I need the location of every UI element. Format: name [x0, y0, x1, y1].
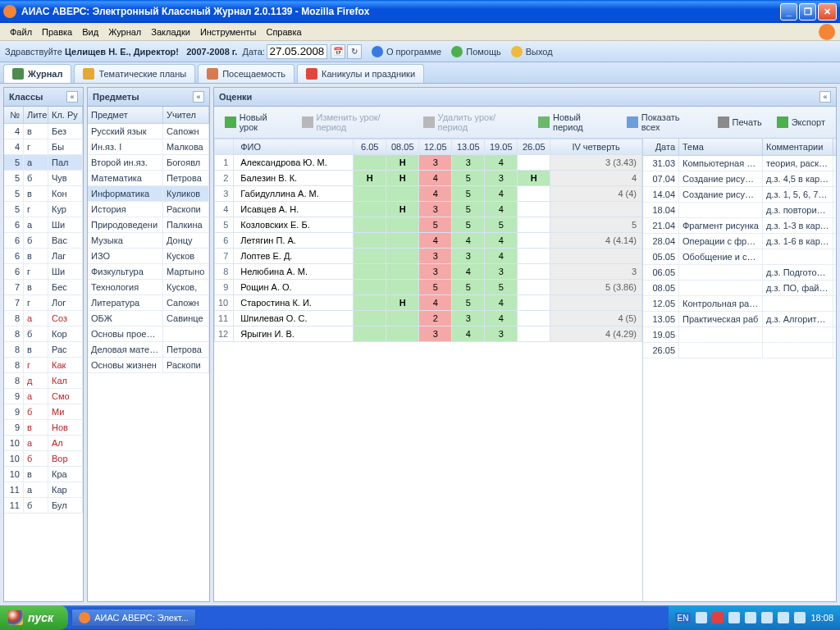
clock[interactable]: 18:08	[810, 613, 833, 623]
tab-journal[interactable]: Журнал	[3, 64, 71, 83]
subject-row[interactable]: Деловая матемаПетрова	[88, 342, 209, 358]
class-row[interactable]: 10бВор	[4, 451, 83, 467]
subject-row[interactable]: ЛитератураСапожн	[88, 295, 209, 311]
subject-row[interactable]: Русский языкСапожн	[88, 124, 209, 139]
menu-view[interactable]: Вид	[77, 25, 103, 39]
class-row[interactable]: 6бВас	[4, 233, 83, 249]
subject-row[interactable]: ОБЖСавинце	[88, 311, 209, 326]
language-indicator[interactable]: EN	[675, 613, 692, 623]
class-row[interactable]: 4гБы	[4, 139, 83, 155]
class-row[interactable]: 6аШи	[4, 217, 83, 233]
lesson-row[interactable]: 31.03Компьютерная гратеория, раскраши	[643, 156, 836, 171]
student-row[interactable]: 6Летягин П. А.4444 (4.14)	[215, 233, 642, 249]
grades-collapse-button[interactable]: «	[819, 91, 831, 103]
class-row[interactable]: 5аПал	[4, 155, 83, 171]
edit-lesson-button[interactable]: Изменить урок/период	[296, 110, 414, 135]
class-row[interactable]: 5вКон	[4, 186, 83, 202]
subject-row[interactable]: ИЗОКусков	[88, 249, 209, 264]
student-row[interactable]: 7Лоптев Е. Д.334	[215, 249, 642, 264]
lesson-row[interactable]: 07.04Создание рисункод.з. 4,5 в карточк	[643, 171, 836, 187]
class-row[interactable]: 10вКра	[4, 467, 83, 482]
menu-file[interactable]: Файл	[5, 25, 37, 39]
subject-row[interactable]: ИсторияРаскопи	[88, 202, 209, 217]
class-row[interactable]: 6гШи	[4, 264, 83, 280]
class-row[interactable]: 8вРас	[4, 342, 83, 358]
print-button[interactable]: Печать	[712, 114, 768, 130]
class-row[interactable]: 11аКар	[4, 482, 83, 498]
lesson-row[interactable]: 28.04Операции с фрагмд.з. 1-6 в карточк	[643, 234, 836, 249]
student-row[interactable]: 5Козловских Е. Б.5555	[215, 217, 642, 233]
lesson-row[interactable]: 14.04Создание рисункод.з. 1, 5, 6, 7 в к…	[643, 187, 836, 203]
student-row[interactable]: 8Нелюбина А. М.3433	[215, 264, 642, 280]
close-button[interactable]: ✕	[818, 3, 837, 21]
class-row[interactable]: 11бБул	[4, 498, 83, 514]
subject-row[interactable]: Ин.яз. IМалкова	[88, 139, 209, 155]
subject-row[interactable]: Основы проектн	[88, 326, 209, 342]
show-all-button[interactable]: Показать всех	[621, 110, 705, 135]
menu-tools[interactable]: Инструменты	[195, 25, 262, 39]
class-row[interactable]: 8бКор	[4, 326, 83, 342]
help-link[interactable]: Помощь	[451, 46, 501, 57]
subjects-grid-body[interactable]: Русский языкСапожнИн.яз. IМалковаВторой …	[88, 124, 209, 601]
class-row[interactable]: 8гКак	[4, 358, 83, 373]
subjects-collapse-button[interactable]: «	[193, 91, 204, 103]
student-row[interactable]: 2Балезин В. К.НН453Н4	[215, 171, 642, 186]
lesson-row[interactable]: 26.05	[643, 343, 836, 358]
class-row[interactable]: 9бМи	[4, 404, 83, 420]
system-tray[interactable]: EN 18:08	[669, 605, 840, 630]
tray-icon[interactable]	[794, 612, 806, 623]
tray-icon[interactable]	[728, 612, 740, 623]
exit-link[interactable]: Выход	[511, 46, 553, 57]
subject-row[interactable]: ТехнологияКусков,	[88, 280, 209, 295]
taskbar-item-firefox[interactable]: АИАС АВЕРС: Элект...	[71, 609, 196, 627]
start-button[interactable]: пуск	[0, 605, 68, 630]
lessons-grid[interactable]: Дата Тема Комментарии 31.03Компьютерная …	[643, 139, 836, 601]
class-row[interactable]: 9вНов	[4, 420, 83, 436]
tab-attendance[interactable]: Посещаемость	[198, 64, 294, 83]
lesson-row[interactable]: 19.05	[643, 327, 836, 343]
student-row[interactable]: 1Александрова Ю. М.Н3343 (3.43)	[215, 155, 642, 171]
class-row[interactable]: 7вБес	[4, 280, 83, 295]
class-row[interactable]: 5гКур	[4, 202, 83, 217]
class-row[interactable]: 8дКал	[4, 373, 83, 389]
delete-lesson-button[interactable]: Удалить урок/период	[418, 110, 530, 135]
subject-row[interactable]: Основы жизненРаскопи	[88, 358, 209, 373]
menu-help[interactable]: Справка	[261, 25, 306, 39]
lesson-row[interactable]: 21.04Фрагмент рисункад.з. 1-3 в карточк	[643, 218, 836, 234]
menu-edit[interactable]: Правка	[37, 25, 77, 39]
export-button[interactable]: Экспорт	[771, 114, 831, 130]
tray-icon[interactable]	[696, 612, 707, 623]
lesson-row[interactable]: 13.05Практическая рабд.з. Алгоритмы ог	[643, 312, 836, 327]
date-input[interactable]	[267, 44, 327, 59]
student-row[interactable]: 3Габидуллина А. М.4544 (4)	[215, 186, 642, 202]
maximize-button[interactable]: ❐	[799, 3, 816, 21]
subject-row[interactable]: МатематикаПетрова	[88, 171, 209, 186]
class-row[interactable]: 7гЛог	[4, 295, 83, 311]
lesson-row[interactable]: 12.05Контрольная рабо	[643, 296, 836, 312]
subject-row[interactable]: ФизкультураМартыно	[88, 264, 209, 280]
lesson-row[interactable]: 08.05д.з. ПО, файлы	[643, 281, 836, 296]
class-row[interactable]: 10аАл	[4, 436, 83, 451]
menu-bookmarks[interactable]: Закладки	[146, 25, 195, 39]
menu-journal[interactable]: Журнал	[103, 25, 146, 39]
tray-icon[interactable]	[778, 612, 789, 623]
lesson-row[interactable]: 05.05Обобщение и сист	[643, 249, 836, 265]
student-row[interactable]: 4Исавцев А. Н.Н354	[215, 202, 642, 217]
tray-icon[interactable]	[712, 612, 724, 623]
new-period-button[interactable]: Новый период	[532, 110, 618, 135]
subject-row[interactable]: ИнформатикаКуликов	[88, 186, 209, 202]
tab-holidays[interactable]: Каникулы и праздники	[297, 64, 424, 83]
tab-plans[interactable]: Тематические планы	[74, 64, 195, 83]
lesson-row[interactable]: 18.04д.з. повторить те	[643, 203, 836, 218]
roster-grid[interactable]: ФИО6.0508.0512.0513.0519.0526.05IV четве…	[214, 139, 643, 601]
classes-collapse-button[interactable]: «	[66, 91, 78, 103]
about-link[interactable]: О программе	[372, 46, 441, 57]
date-refresh-button[interactable]: ↻	[347, 44, 362, 59]
class-row[interactable]: 5бЧув	[4, 171, 83, 186]
student-row[interactable]: 9Рощин А. О.5555 (3.86)	[215, 280, 642, 295]
student-row[interactable]: 12Ярыгин И. В.3434 (4.29)	[215, 326, 642, 342]
student-row[interactable]: 10Старостина К. И.Н454	[215, 295, 642, 311]
classes-grid-body[interactable]: 4вБез4гБы5аПал5бЧув5вКон5гКур6аШи6бВас6в…	[4, 124, 83, 601]
subject-row[interactable]: МузыкаДонцу	[88, 233, 209, 249]
tray-icon[interactable]	[761, 612, 773, 623]
